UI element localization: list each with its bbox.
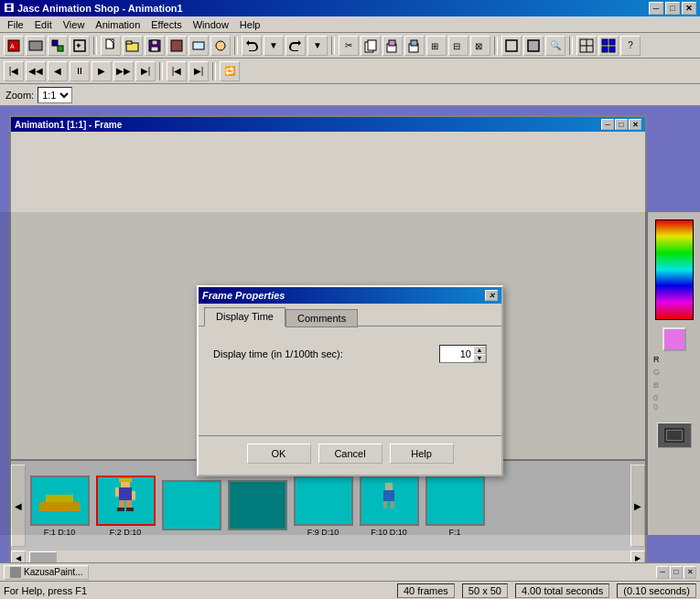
tb-paste[interactable] [382, 36, 403, 56]
taskbar-buttons: ─ □ ✕ [656, 566, 696, 579]
menu-window[interactable]: Window [188, 17, 234, 32]
zoom-label: Zoom: [5, 90, 34, 101]
tb-grid1[interactable] [576, 36, 597, 56]
main-toolbar: A ✦ ▼ ▼ ✂ ⊞ ⊟ ⊠ 🔍 ? [0, 33, 700, 59]
title-buttons: ─ □ ✕ [649, 2, 696, 15]
anim-win-maximize[interactable]: □ [615, 119, 628, 130]
tb-save[interactable] [145, 36, 165, 56]
title-bar: 🎞 Jasc Animation Shop - Animation1 ─ □ ✕ [0, 0, 700, 16]
pb-next[interactable]: ▶▶ [113, 61, 134, 81]
tab-comments[interactable]: Comments [285, 309, 358, 327]
tb-btn-8[interactable] [188, 36, 209, 56]
ok-button[interactable]: OK [247, 444, 311, 464]
dialog-title: Frame Properties [202, 290, 285, 301]
separator-2 [234, 37, 238, 55]
separator-4 [494, 37, 498, 55]
menu-view[interactable]: View [58, 17, 91, 32]
tb-grid2[interactable] [598, 36, 619, 56]
tb-btn-3[interactable] [48, 36, 68, 56]
separator-1 [93, 37, 97, 55]
tb-undo-arrow[interactable]: ▼ [264, 36, 284, 56]
pb-pause[interactable]: ⏸ [70, 61, 90, 81]
help-text: For Help, press F1 [4, 585, 87, 596]
tb-undo[interactable] [242, 36, 262, 56]
tb-btn-m1[interactable] [501, 36, 522, 56]
tab-display-time[interactable]: Display Time [204, 307, 285, 326]
app-icon: 🎞 [4, 3, 14, 14]
tb-btn-4[interactable]: ✦ [70, 36, 90, 56]
tb-copy[interactable] [361, 36, 381, 56]
status-dimensions: 50 x 50 [462, 583, 508, 598]
separator-3 [331, 37, 335, 55]
svg-rect-9 [126, 41, 132, 44]
svg-text:A: A [10, 43, 15, 49]
svg-text:✦: ✦ [75, 41, 82, 50]
status-right-area: 40 frames 50 x 50 4.00 total seconds (0.… [397, 583, 696, 598]
zoom-select[interactable]: 1:1 1:2 1:4 2:1 4:1 [38, 87, 72, 103]
tb-search[interactable]: 🔍 [545, 36, 565, 56]
tb-cut[interactable]: ✂ [339, 36, 359, 56]
status-total-seconds: 4.00 total seconds [515, 583, 609, 598]
dialog-buttons: OK Cancel Help [199, 435, 501, 475]
spinner-up[interactable]: ▲ [473, 346, 486, 354]
svg-rect-21 [411, 40, 417, 46]
dialog-tabs: Display Time Comments [199, 304, 501, 326]
display-time-spinner[interactable]: ▲ ▼ [439, 345, 487, 363]
menu-effects[interactable]: Effects [145, 17, 187, 32]
tb-btn-9[interactable] [210, 36, 231, 56]
tb-btn-z[interactable]: ⊠ [470, 36, 490, 56]
tb-btn-m2[interactable] [523, 36, 544, 56]
tb-redo[interactable] [285, 36, 306, 56]
pb-prev-frame[interactable]: ◀◀ [26, 61, 46, 81]
pb-frame-next[interactable]: ▶| [188, 61, 209, 81]
tb-redo-arrow[interactable]: ▼ [307, 36, 328, 56]
help-button[interactable]: Help [390, 444, 454, 464]
anim-window-titlebar: Animation1 [1:1] - Frame ─ □ ✕ [11, 117, 645, 132]
anim-win-minimize[interactable]: ─ [601, 119, 614, 130]
dialog-close-button[interactable]: ✕ [485, 290, 498, 301]
tb-btn-2[interactable] [26, 36, 46, 56]
minimize-button[interactable]: ─ [649, 2, 663, 15]
menu-help[interactable]: Help [234, 17, 266, 32]
tb-paste2[interactable] [404, 36, 425, 56]
maximize-button[interactable]: □ [665, 2, 680, 15]
svg-rect-32 [602, 47, 608, 52]
tb-saveas[interactable] [167, 36, 187, 56]
anim-win-close[interactable]: ✕ [629, 119, 641, 130]
menu-edit[interactable]: Edit [29, 17, 58, 32]
svg-rect-2 [29, 41, 42, 50]
spinner-down[interactable]: ▼ [473, 354, 486, 362]
svg-text:⊟: ⊟ [453, 41, 460, 51]
tb-btn-x[interactable]: ⊞ [426, 36, 447, 56]
status-frames: 40 frames [397, 583, 455, 598]
tb-btn-1[interactable]: A [4, 36, 24, 56]
taskbar-minimize[interactable]: ─ [656, 566, 669, 579]
tb-new[interactable] [101, 36, 121, 56]
svg-rect-30 [602, 39, 608, 45]
tb-btn-y[interactable]: ⊟ [448, 36, 468, 56]
tb-help[interactable]: ? [620, 36, 641, 56]
svg-rect-17 [368, 40, 376, 50]
status-frame-seconds: (0.10 seconds) [617, 583, 696, 598]
taskbar-close[interactable]: ✕ [684, 566, 696, 579]
cancel-button[interactable]: Cancel [318, 444, 382, 464]
pb-frame-prev[interactable]: |◀ [167, 61, 187, 81]
tb-open[interactable] [123, 36, 143, 56]
pb-end[interactable]: ▶| [135, 61, 156, 81]
pb-start[interactable]: |◀ [4, 61, 24, 81]
taskbar-kazusapaint[interactable]: KazusaPaint... [4, 565, 89, 580]
close-button[interactable]: ✕ [682, 2, 696, 15]
menu-animation[interactable]: Animation [90, 17, 145, 32]
svg-rect-4 [58, 46, 63, 51]
pb-prev[interactable]: ◀ [48, 61, 68, 81]
menu-file[interactable]: File [2, 17, 29, 32]
frame-properties-dialog: Frame Properties ✕ Display Time Comments… [197, 285, 503, 476]
menu-bar: File Edit View Animation Effects Window … [0, 16, 700, 33]
svg-text:⊠: ⊠ [475, 41, 482, 51]
pb-play[interactable]: ▶ [92, 61, 112, 81]
pb-loop[interactable]: 🔁 [220, 61, 240, 81]
taskbar-maximize[interactable]: □ [670, 566, 683, 579]
dialog-titlebar: Frame Properties ✕ [199, 287, 501, 304]
taskbar-area: KazusaPaint... ─ □ ✕ [0, 562, 700, 581]
display-time-input[interactable] [440, 346, 473, 362]
